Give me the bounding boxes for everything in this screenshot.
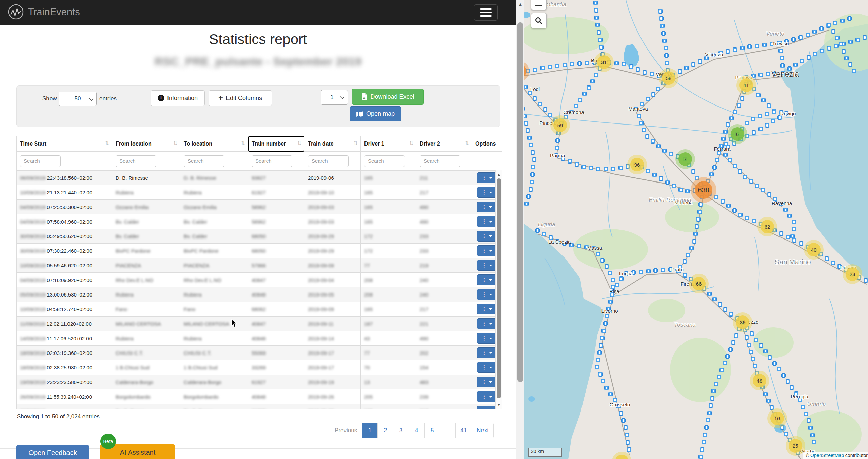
- train-event-marker-icon[interactable]: [758, 127, 763, 131]
- train-event-marker-icon[interactable]: [852, 69, 856, 73]
- train-event-marker-icon[interactable]: [639, 121, 644, 125]
- train-event-marker-icon[interactable]: [624, 425, 628, 430]
- train-event-marker-icon[interactable]: [598, 38, 603, 42]
- train-event-marker-icon[interactable]: [600, 258, 605, 263]
- train-event-marker-icon[interactable]: [615, 283, 619, 287]
- train-event-marker-icon[interactable]: [833, 21, 837, 25]
- train-event-marker-icon[interactable]: [812, 440, 816, 444]
- train-event-marker-icon[interactable]: [651, 139, 655, 144]
- train-event-marker-icon[interactable]: [526, 194, 531, 199]
- pagination-3[interactable]: 3: [393, 423, 409, 438]
- train-event-marker-icon[interactable]: [608, 392, 613, 396]
- train-event-marker-icon[interactable]: [618, 166, 623, 170]
- train-event-marker-icon[interactable]: [646, 169, 650, 173]
- train-event-marker-icon[interactable]: [755, 44, 759, 48]
- train-event-marker-icon[interactable]: [718, 302, 722, 307]
- map-cluster-marker[interactable]: 59: [550, 115, 570, 135]
- page-size-select[interactable]: 50: [59, 92, 97, 106]
- train-event-marker-icon[interactable]: [604, 386, 609, 390]
- map-cluster-marker[interactable]: 96: [627, 155, 647, 174]
- train-event-marker-icon[interactable]: [798, 35, 803, 40]
- train-event-marker-icon[interactable]: [725, 354, 730, 359]
- row-options-button[interactable]: ⋮: [477, 333, 497, 344]
- train-event-marker-icon[interactable]: [593, 1, 598, 5]
- train-event-marker-icon[interactable]: [761, 98, 766, 102]
- train-event-marker-icon[interactable]: [723, 361, 727, 365]
- train-event-marker-icon[interactable]: [810, 433, 815, 437]
- train-event-marker-icon[interactable]: [530, 172, 535, 177]
- train-event-marker-icon[interactable]: [733, 164, 737, 168]
- train-event-marker-icon[interactable]: [603, 321, 608, 326]
- train-event-marker-icon[interactable]: [693, 232, 698, 236]
- pagination-4[interactable]: 4: [409, 423, 424, 438]
- map-panel[interactable]: LombardiaVenetoVicenzaTrevisoVeneziaPado…: [524, 0, 868, 459]
- train-event-marker-icon[interactable]: [611, 167, 615, 171]
- map-cluster-marker[interactable]: 638: [691, 177, 716, 203]
- row-options-button[interactable]: ⋮: [477, 187, 497, 198]
- train-event-marker-icon[interactable]: [524, 202, 529, 206]
- train-event-marker-icon[interactable]: [629, 64, 633, 69]
- row-options-button[interactable]: ⋮: [477, 260, 497, 271]
- train-event-marker-icon[interactable]: [646, 97, 650, 101]
- row-options-button[interactable]: ⋮: [477, 274, 497, 285]
- map-cluster-marker[interactable]: 16: [767, 408, 787, 428]
- train-event-marker-icon[interactable]: [721, 137, 726, 141]
- train-event-marker-icon[interactable]: [652, 173, 657, 177]
- train-event-marker-icon[interactable]: [751, 117, 755, 121]
- train-event-marker-icon[interactable]: [600, 336, 605, 340]
- train-event-marker-icon[interactable]: [759, 343, 763, 348]
- row-options-button[interactable]: ⋮: [477, 391, 497, 402]
- row-options-button[interactable]: ⋮: [477, 289, 497, 300]
- train-event-marker-icon[interactable]: [532, 157, 536, 162]
- train-event-marker-icon[interactable]: [689, 246, 694, 250]
- train-event-marker-icon[interactable]: [749, 350, 753, 354]
- map-search-button[interactable]: [531, 13, 547, 28]
- row-options-button[interactable]: ⋮: [477, 304, 497, 314]
- train-event-marker-icon[interactable]: [767, 103, 771, 108]
- train-event-marker-icon[interactable]: [831, 261, 835, 265]
- train-event-marker-icon[interactable]: [781, 373, 786, 378]
- train-event-marker-icon[interactable]: [719, 368, 724, 372]
- train-event-marker-icon[interactable]: [786, 379, 790, 384]
- train-event-marker-icon[interactable]: [706, 418, 710, 422]
- train-event-marker-icon[interactable]: [747, 343, 751, 347]
- train-event-marker-icon[interactable]: [717, 375, 721, 379]
- train-event-marker-icon[interactable]: [827, 23, 831, 27]
- train-event-marker-icon[interactable]: [728, 158, 732, 162]
- train-event-marker-icon[interactable]: [726, 122, 730, 127]
- train-event-marker-icon[interactable]: [698, 202, 703, 207]
- train-event-marker-icon[interactable]: [581, 165, 586, 169]
- train-event-marker-icon[interactable]: [772, 110, 776, 114]
- train-event-marker-icon[interactable]: [656, 144, 661, 148]
- scrollbar-up-arrow-icon[interactable]: ▲: [516, 1, 525, 8]
- train-event-marker-icon[interactable]: [589, 166, 593, 170]
- train-event-marker-icon[interactable]: [779, 231, 783, 236]
- train-event-marker-icon[interactable]: [656, 87, 660, 91]
- train-event-marker-icon[interactable]: [538, 102, 542, 106]
- train-event-marker-icon[interactable]: [756, 93, 761, 97]
- train-event-marker-icon[interactable]: [844, 56, 849, 60]
- train-event-marker-icon[interactable]: [622, 62, 626, 66]
- train-event-marker-icon[interactable]: [530, 180, 534, 184]
- train-event-marker-icon[interactable]: [747, 44, 752, 49]
- train-event-marker-icon[interactable]: [766, 399, 771, 403]
- train-event-marker-icon[interactable]: [800, 59, 804, 63]
- search-input-driver-1[interactable]: [364, 155, 405, 167]
- pagination-41[interactable]: 41: [455, 423, 472, 438]
- train-event-marker-icon[interactable]: [777, 367, 781, 371]
- train-event-marker-icon[interactable]: [697, 210, 702, 214]
- train-event-marker-icon[interactable]: [783, 208, 788, 212]
- train-event-marker-icon[interactable]: [696, 217, 701, 222]
- row-options-button[interactable]: ⋮: [477, 377, 497, 387]
- train-event-marker-icon[interactable]: [807, 418, 811, 423]
- train-event-marker-icon[interactable]: [626, 440, 630, 445]
- column-header-to-location[interactable]: To location⇅: [180, 136, 248, 152]
- train-event-marker-icon[interactable]: [651, 92, 655, 97]
- train-event-marker-icon[interactable]: [717, 151, 721, 155]
- train-event-marker-icon[interactable]: [597, 30, 601, 35]
- train-event-marker-icon[interactable]: [524, 114, 527, 118]
- train-event-marker-icon[interactable]: [745, 335, 749, 340]
- train-event-marker-icon[interactable]: [752, 130, 756, 135]
- map-cluster-marker[interactable]: 66: [689, 274, 709, 293]
- train-event-marker-icon[interactable]: [848, 62, 852, 67]
